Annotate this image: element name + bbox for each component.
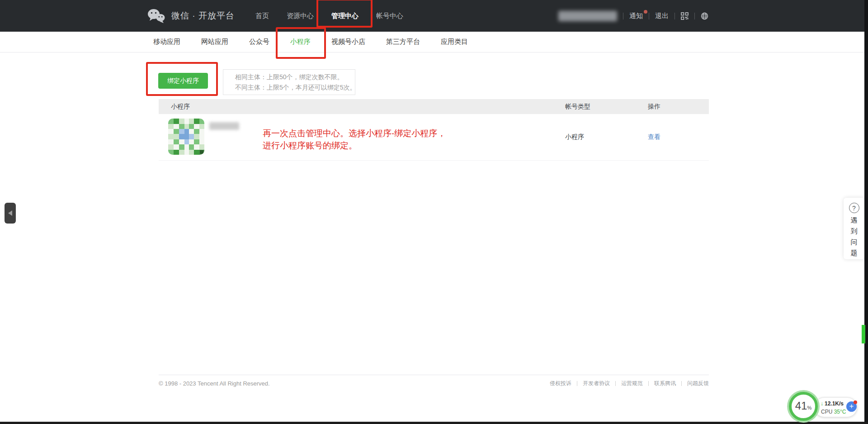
chevron-left-icon [5,210,12,216]
tab-app-category[interactable]: 应用类目 [441,38,468,46]
divider [615,381,616,386]
binding-rules-box: 相同主体：上限50个，绑定次数不限。 不同主体：上限5个，本月还可以绑定5次。 [223,69,355,95]
notifications-link[interactable]: 通知 [629,12,643,20]
cpu-label: CPU [821,409,832,415]
language-globe-icon[interactable] [701,12,708,20]
footer-link-contact-tencent[interactable]: 联系腾讯 [654,380,676,387]
bind-mini-program-button[interactable]: 绑定小程序 [158,73,208,89]
help-panel-char: 题 [851,249,858,257]
divider [694,13,695,19]
page-title: 微信 · 开放平台 [171,10,235,22]
copyright-text: © 1998 - 2023 Tencent All Right Reserved… [159,380,270,387]
logout-link[interactable]: 退出 [655,12,669,20]
column-header-account-type: 帐号类型 [565,103,648,111]
wechat-logo-icon [147,8,165,24]
footer-link-feedback[interactable]: 问题反馈 [687,380,709,387]
divider [675,13,675,19]
binding-rule-line-2: 不同主体：上限5个，本月还可以绑定5次。 [235,82,350,93]
performance-monitor-widget: ↓12.1K/s CPU 35°C 41% + [789,392,861,422]
tutorial-annotation-line-2: 进行小程序账号的绑定。 [263,139,446,152]
footer: © 1998 - 2023 Tencent All Right Reserved… [159,380,709,387]
tutorial-annotation-text: 再一次点击管理中心。选择小程序-绑定小程序， 进行小程序账号的绑定。 [263,127,446,152]
app-type-tabbar: 移动应用 网站应用 公众号 小程序 视频号小店 第三方平台 应用类目 [0,32,868,52]
help-side-panel[interactable]: ? 遇 到 问 题 [844,198,864,259]
top-nav: 首页 资源中心 管理中心 帐号中心 [253,8,406,24]
wechat-logo: 微信 · 开放平台 [147,8,235,24]
table-header: 小程序 帐号类型 操作 [159,99,709,114]
mini-program-name-redacted [209,122,239,130]
divider [577,381,577,386]
footer-link-developer-agreement[interactable]: 开发者协议 [583,380,610,387]
mini-program-avatar [168,119,204,155]
help-panel-char: 遇 [851,216,858,224]
divider [681,381,682,386]
column-header-mini-program: 小程序 [159,103,565,111]
divider [648,381,649,386]
window-right-edge [864,0,868,424]
tab-mini-program[interactable]: 小程序 [290,38,311,46]
top-header: 微信 · 开放平台 首页 资源中心 管理中心 帐号中心 通知 退出 [0,0,868,32]
binding-rule-line-1: 相同主体：上限50个，绑定次数不限。 [235,72,350,82]
footer-link-infringement[interactable]: 侵权投诉 [550,380,571,387]
nav-item-home[interactable]: 首页 [253,8,272,24]
tab-mobile-app[interactable]: 移动应用 [153,38,180,46]
tab-third-party-platform[interactable]: 第三方平台 [386,38,420,46]
footer-links: 侵权投诉 开发者协议 运营规范 联系腾讯 问题反馈 [550,380,709,387]
header-right: 通知 退出 [558,0,708,32]
view-link[interactable]: 查看 [648,133,660,140]
help-panel-char: 问 [851,238,858,246]
window-bottom-edge [0,422,868,424]
footer-divider [159,375,709,375]
notifications-label: 通知 [629,12,643,19]
qr-code-icon[interactable] [681,12,689,20]
column-header-action: 操作 [648,103,709,111]
scrollbar-thumb[interactable] [862,325,865,343]
memory-percent-gauge[interactable]: 41% [789,392,818,421]
monitor-alert-dot [854,400,857,404]
username-redacted [558,11,617,21]
bind-mini-program-button-label: 绑定小程序 [167,77,199,84]
tab-mini-program-label: 小程序 [290,38,311,45]
footer-link-operation-rules[interactable]: 运营规范 [621,380,643,387]
cpu-temperature: 35°C [834,409,846,415]
tab-official-account[interactable]: 公众号 [249,38,269,46]
nav-item-management-center-label: 管理中心 [331,12,359,19]
cpu-stat: CPU 35°C [821,409,846,415]
network-speed: ↓12.1K/s [821,400,844,407]
tab-channels-shop[interactable]: 视频号小店 [331,38,365,46]
memory-percent-unit: % [807,405,811,410]
divider [649,13,649,19]
nav-item-management-center[interactable]: 管理中心 [329,8,361,24]
memory-percent-value: 41 [795,400,807,412]
network-speed-value: 12.1K/s [825,400,844,407]
notification-badge [644,10,647,14]
tutorial-annotation-line-1: 再一次点击管理中心。选择小程序-绑定小程序， [263,127,446,139]
nav-item-account-center[interactable]: 帐号中心 [373,8,406,24]
action-cell: 查看 [648,133,709,141]
divider [623,13,623,19]
mini-program-cell: 再一次点击管理中心。选择小程序-绑定小程序， 进行小程序账号的绑定。 [159,114,565,160]
help-panel-char: 到 [851,227,858,235]
app-type-tabs: 移动应用 网站应用 公众号 小程序 视频号小店 第三方平台 应用类目 [153,32,868,52]
sidebar-collapse-handle[interactable] [5,203,16,224]
table-row: 再一次点击管理中心。选择小程序-绑定小程序， 进行小程序账号的绑定。 小程序 查… [159,114,709,161]
account-type-cell: 小程序 [565,133,648,141]
download-arrow-icon: ↓ [821,400,823,407]
nav-item-resources[interactable]: 资源中心 [284,8,316,24]
question-mark-icon: ? [849,203,859,213]
tab-website-app[interactable]: 网站应用 [201,38,228,46]
